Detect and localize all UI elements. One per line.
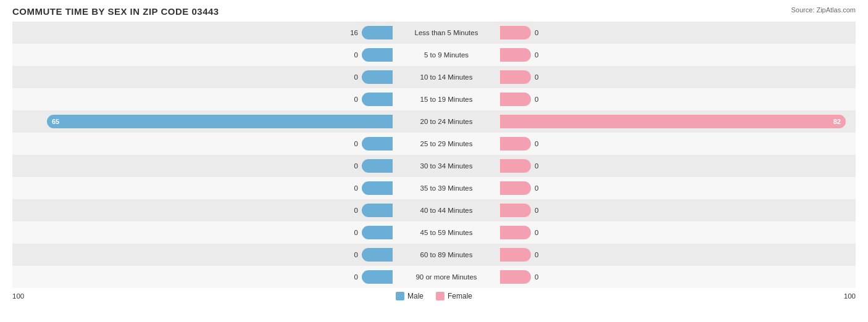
female-bar: [500, 248, 531, 262]
bar-label: 15 to 19 Minutes: [395, 96, 498, 103]
bar-chart-area: 16Less than 5 Minutes005 to 9 Minutes001…: [12, 22, 856, 288]
legend-female-label: Female: [448, 292, 472, 300]
bar-right-section: 0: [498, 270, 868, 284]
bar-row: 045 to 59 Minutes0: [12, 221, 856, 244]
bar-label: 45 to 59 Minutes: [395, 229, 498, 236]
male-value: 0: [346, 73, 358, 81]
bar-left-section: 0: [12, 137, 395, 151]
bar-label: 5 to 9 Minutes: [395, 51, 498, 59]
bar-label: 25 to 29 Minutes: [395, 140, 498, 147]
bar-row: 035 to 39 Minutes0: [12, 177, 856, 199]
bar-left-section: 0: [12, 48, 395, 62]
bar-label: 90 or more Minutes: [395, 273, 498, 281]
legend-female-box: [436, 292, 444, 300]
male-bar: [362, 226, 393, 239]
bar-row: 010 to 14 Minutes0: [12, 66, 856, 88]
footer-left-value: 100: [12, 292, 62, 300]
bar-right-section: 0: [498, 248, 868, 262]
bar-label: 35 to 39 Minutes: [395, 184, 498, 192]
bar-row: 040 to 44 Minutes0: [12, 199, 856, 221]
female-value: 0: [535, 96, 547, 103]
female-bar: [500, 70, 531, 84]
bar-right-section: 0: [498, 70, 868, 84]
legend-male-label: Male: [407, 292, 424, 300]
female-bar: [500, 226, 531, 239]
legend-male: Male: [396, 292, 424, 300]
bar-row: 090 or more Minutes0: [12, 266, 856, 288]
male-value: 0: [346, 207, 358, 214]
male-bar: [362, 26, 393, 39]
female-bar: [500, 48, 531, 62]
male-bar: [362, 248, 393, 262]
male-value: 0: [346, 251, 358, 258]
female-bar: [500, 270, 531, 284]
male-bar: [362, 181, 393, 195]
bar-left-section: 0: [12, 159, 395, 173]
female-bar: [500, 93, 531, 106]
chart-container: COMMUTE TIME BY SEX IN ZIP CODE 03443 So…: [0, 0, 868, 322]
bar-right-section: 0: [498, 226, 868, 239]
bar-left-section: 16: [12, 26, 395, 39]
source-label: Source: ZipAtlas.com: [791, 6, 856, 14]
male-bar: 65: [47, 115, 393, 128]
bar-left-section: 0: [12, 93, 395, 106]
female-bar: [500, 137, 531, 151]
male-bar: [362, 93, 393, 106]
female-value: 0: [535, 51, 547, 59]
male-bar: [362, 137, 393, 151]
male-value: 0: [346, 51, 358, 59]
bar-right-section: 0: [498, 159, 868, 173]
male-value: 0: [346, 184, 358, 192]
female-value: 0: [535, 229, 547, 236]
male-value-inside: 65: [52, 118, 59, 125]
female-value: 0: [535, 140, 547, 147]
bar-left-section: 0: [12, 70, 395, 84]
chart-footer: 100 Male Female 100: [12, 292, 856, 300]
bar-right-section: 82: [498, 115, 868, 128]
male-value: 0: [346, 162, 358, 170]
bar-label: 60 to 89 Minutes: [395, 251, 498, 258]
female-value: 0: [535, 207, 547, 214]
female-value: 0: [535, 251, 547, 258]
male-bar: [362, 204, 393, 217]
bar-left-section: 0: [12, 181, 395, 195]
bar-row: 05 to 9 Minutes0: [12, 44, 856, 66]
footer-right-value: 100: [806, 292, 856, 300]
female-bar: [500, 26, 531, 39]
bar-label: 30 to 34 Minutes: [395, 162, 498, 170]
bar-right-section: 0: [498, 26, 868, 39]
bar-right-section: 0: [498, 181, 868, 195]
bar-left-section: 0: [12, 270, 395, 284]
female-value: 0: [535, 162, 547, 170]
bar-right-section: 0: [498, 204, 868, 217]
bar-left-section: 0: [12, 226, 395, 239]
bar-row: 16Less than 5 Minutes0: [12, 22, 856, 44]
bar-label: 20 to 24 Minutes: [395, 118, 498, 125]
legend-female: Female: [436, 292, 472, 300]
male-value: 0: [346, 229, 358, 236]
female-bar: [500, 159, 531, 173]
bar-left-section: 0: [12, 248, 395, 262]
male-bar: [362, 70, 393, 84]
bar-row: 030 to 34 Minutes0: [12, 155, 856, 177]
male-value: 16: [346, 29, 358, 36]
female-value: 0: [535, 73, 547, 81]
bar-right-section: 0: [498, 93, 868, 106]
bar-label: Less than 5 Minutes: [395, 29, 498, 36]
bar-left-section: 0: [12, 204, 395, 217]
bar-row: 060 to 89 Minutes0: [12, 244, 856, 266]
male-value: 0: [346, 140, 358, 147]
female-value-inside: 82: [833, 118, 841, 125]
bar-label: 10 to 14 Minutes: [395, 73, 498, 81]
bar-row: 6520 to 24 Minutes82: [12, 110, 856, 133]
male-value: 0: [346, 96, 358, 103]
bar-right-section: 0: [498, 48, 868, 62]
female-value: 0: [535, 29, 547, 36]
female-bar: [500, 181, 531, 195]
chart-title: COMMUTE TIME BY SEX IN ZIP CODE 03443: [12, 6, 856, 17]
female-bar: 82: [500, 115, 846, 128]
bar-row: 015 to 19 Minutes0: [12, 88, 856, 110]
bar-left-section: 65: [12, 115, 395, 128]
legend-male-box: [396, 292, 404, 300]
male-bar: [362, 270, 393, 284]
